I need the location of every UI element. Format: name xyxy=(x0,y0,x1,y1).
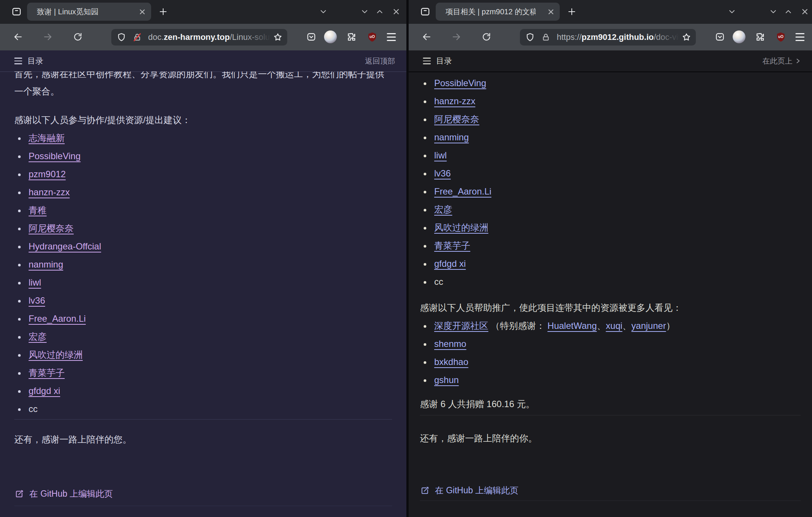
extensions-puzzle-icon[interactable] xyxy=(342,28,361,46)
outline-menu-button[interactable]: 目录 xyxy=(14,50,43,71)
back-button[interactable] xyxy=(418,28,436,46)
contributors-list: PossibleVinghanzn-zzx阿尼樱奈奈nanmingliwllv3… xyxy=(420,77,801,288)
contributor-link[interactable]: 青稚 xyxy=(29,205,47,215)
list-item: nanming xyxy=(431,131,801,144)
url-bar[interactable]: https://pzm9012.github.io/doc-vite/deepi… xyxy=(520,29,696,46)
contributor-link[interactable]: 风吹过的绿洲 xyxy=(434,222,488,233)
list-item: 阿尼樱奈奈 xyxy=(26,222,392,235)
bookmark-star-icon[interactable] xyxy=(271,30,285,44)
close-window-button[interactable] xyxy=(797,3,812,20)
maximize-window-button[interactable] xyxy=(780,3,797,20)
navigation-toolbar: doc.zen-harmony.top/Linux-solutions/than… xyxy=(0,23,406,51)
minimize-window-button[interactable] xyxy=(765,3,782,20)
outline-menu-button[interactable]: 目录 xyxy=(423,50,452,71)
tab[interactable]: 致谢 | Linux觅知园 xyxy=(27,3,151,21)
contributor-link[interactable]: lv36 xyxy=(434,168,451,178)
ublock-shield: uO xyxy=(775,31,787,43)
document-scroll-area[interactable]: 首先，感谢在社区中创作教程、分享资源的朋友们。我们只是一个搬运工，为您们的帖子提… xyxy=(0,71,406,517)
promoters-heading: 感谢以下人员帮助推广，使此项目连带其中的资源被更多人看见： xyxy=(420,301,801,314)
firefox-view-icon[interactable] xyxy=(9,4,24,19)
contributor-link[interactable]: 阿尼樱奈奈 xyxy=(434,114,479,124)
reload-button[interactable] xyxy=(477,28,495,46)
tab[interactable]: 项目相关 | pzm9012 的文稿 xyxy=(436,3,560,21)
minimize-window-button[interactable] xyxy=(356,3,373,20)
bookmark-star-icon[interactable] xyxy=(679,30,694,44)
contributor-text: cc xyxy=(434,277,443,287)
contributor-link[interactable]: hanzn-zzx xyxy=(434,96,475,106)
contributor-link[interactable]: xuqi xyxy=(606,321,623,331)
contributor-link[interactable]: 志海融新 xyxy=(29,133,65,143)
contributor-link[interactable]: Free_Aaron.Li xyxy=(29,313,86,324)
tracking-protection-shield-icon[interactable] xyxy=(524,32,536,43)
list-item: 深度开源社区 （特别感谢： HualetWang、xuqi、yanjuner） xyxy=(431,319,801,332)
back-button[interactable] xyxy=(9,28,27,46)
tab-title: 项目相关 | pzm9012 的文稿 xyxy=(436,7,536,17)
contributor-link[interactable]: 宏彦 xyxy=(434,204,452,214)
contributor-link[interactable]: pzm9012 xyxy=(29,169,66,179)
back-to-top-button[interactable]: 返回顶部 xyxy=(365,50,395,71)
list-all-tabs-icon[interactable] xyxy=(724,3,740,20)
maximize-window-button[interactable] xyxy=(371,3,388,20)
contributor-link[interactable]: bxkdhao xyxy=(434,357,468,367)
contributor-link[interactable]: nanming xyxy=(434,132,469,142)
list-item: PossibleVing xyxy=(26,150,392,163)
contributor-link[interactable]: HualetWang xyxy=(547,321,597,331)
contributor-link[interactable]: PossibleVing xyxy=(434,78,486,88)
contributor-link[interactable]: liwl xyxy=(29,277,41,287)
contributor-link[interactable]: hanzn-zzx xyxy=(29,187,70,197)
reload-button[interactable] xyxy=(69,28,87,46)
profile-avatar[interactable] xyxy=(321,28,339,46)
contributor-link[interactable]: gfdgd xi xyxy=(434,258,466,269)
menu-hamburger-icon[interactable] xyxy=(382,28,400,46)
extensions-puzzle-icon[interactable] xyxy=(751,28,769,46)
contributor-link[interactable]: PossibleVing xyxy=(29,151,80,161)
pocket-icon[interactable] xyxy=(711,28,729,46)
new-tab-button[interactable] xyxy=(155,3,171,20)
tab-bar: 项目相关 | pzm9012 的文稿 xyxy=(409,0,812,23)
forward-button[interactable] xyxy=(447,28,465,46)
contributor-text: ） xyxy=(666,321,675,331)
contributor-link[interactable]: 青菜芋子 xyxy=(434,240,470,251)
contributor-link[interactable]: 深度开源社区 xyxy=(434,321,488,331)
tab-close-icon[interactable] xyxy=(137,6,147,17)
list-item: pzm9012 xyxy=(26,168,392,181)
contributor-link[interactable]: 风吹过的绿洲 xyxy=(29,350,83,360)
new-tab-button[interactable] xyxy=(564,3,580,20)
ublock-origin-icon[interactable]: uO xyxy=(772,28,790,46)
list-all-tabs-icon[interactable] xyxy=(315,3,332,20)
forward-button[interactable] xyxy=(39,28,57,46)
ublock-origin-icon[interactable]: uO xyxy=(363,28,381,46)
url-bar[interactable]: doc.zen-harmony.top/Linux-solutions/than xyxy=(111,29,287,46)
contributor-link[interactable]: liwl xyxy=(434,150,447,160)
pocket-icon[interactable] xyxy=(302,28,320,46)
firefox-view-icon[interactable] xyxy=(418,4,433,19)
contributor-link[interactable]: 阿尼樱奈奈 xyxy=(29,223,74,233)
menu-hamburger-icon[interactable] xyxy=(791,28,809,46)
edit-on-github-link[interactable]: 在 GitHub 上编辑此页 xyxy=(420,485,801,496)
edit-on-github-link[interactable]: 在 GitHub 上编辑此页 xyxy=(14,488,392,500)
outline-menu-label: 目录 xyxy=(27,56,43,66)
tab-close-icon[interactable] xyxy=(545,6,556,17)
tracking-protection-shield-icon[interactable] xyxy=(116,32,127,43)
screenshot-canvas: 致谢 | Linux觅知园 xyxy=(0,0,812,517)
on-this-page-button[interactable]: 在此页上 xyxy=(762,50,801,71)
insecure-lock-icon[interactable] xyxy=(132,32,143,43)
contributor-link[interactable]: yanjuner xyxy=(632,321,666,331)
contributor-link[interactable]: gshun xyxy=(434,375,459,385)
contributor-link[interactable]: nanming xyxy=(29,259,63,269)
contributor-link[interactable]: Free_Aaron.Li xyxy=(434,186,491,196)
profile-avatar[interactable] xyxy=(730,28,748,46)
contributor-link[interactable]: gfdgd xi xyxy=(29,386,60,396)
contributor-link[interactable]: shenmo xyxy=(434,339,466,349)
document-scroll-area[interactable]: PossibleVinghanzn-zzx阿尼樱奈奈nanmingliwllv3… xyxy=(409,71,812,517)
close-window-button[interactable] xyxy=(388,3,404,20)
edit-link-label: 在 GitHub 上编辑此页 xyxy=(435,485,518,496)
list-item: 风吹过的绿洲 xyxy=(26,348,392,361)
contributor-link[interactable]: Hydrangea-Offcial xyxy=(29,241,101,251)
contributor-link[interactable]: 青菜芋子 xyxy=(29,368,65,378)
secure-lock-icon[interactable] xyxy=(540,32,551,43)
contributor-link[interactable]: 宏彦 xyxy=(29,331,47,342)
contributor-text: 、 xyxy=(597,321,606,331)
list-icon xyxy=(14,58,22,64)
contributor-link[interactable]: lv36 xyxy=(29,295,45,306)
